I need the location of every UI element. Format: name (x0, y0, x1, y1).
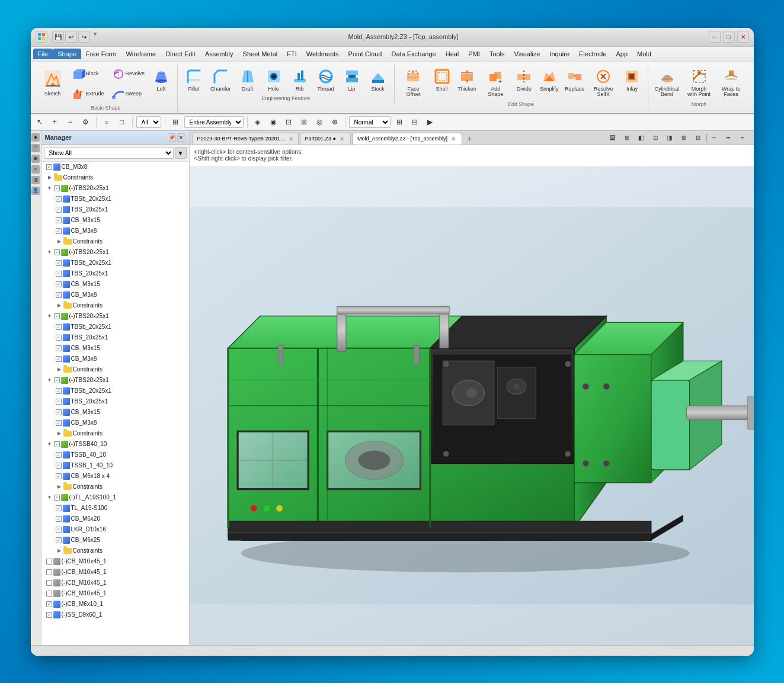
tree-expand-icon[interactable]: ▼ (46, 494, 53, 501)
select-assembly[interactable]: Entire Assembly (184, 116, 244, 128)
tree-item[interactable]: ✓ CB_M3x15 (41, 279, 189, 290)
tree-checkbox[interactable]: ✓ (56, 505, 62, 511)
tree-expand-icon[interactable]: ▼ (46, 377, 53, 384)
tree-checkbox[interactable]: ✓ (54, 441, 60, 447)
manager-close-btn[interactable]: ✕ (177, 133, 185, 142)
tree-checkbox[interactable]: ✓ (56, 399, 62, 405)
sidebar-icon-4[interactable]: ○ (31, 165, 40, 174)
menu-visualize[interactable]: Visualize (510, 49, 545, 59)
tree-item[interactable]: ▼ ✓ (-)TBS20x25x1 (41, 183, 189, 194)
viewport-canvas[interactable] (190, 166, 754, 645)
menu-file[interactable]: File (33, 49, 53, 59)
menu-inquire[interactable]: Inquire (545, 49, 574, 59)
ribbon-btn-add-shape[interactable]: + Add Shape (480, 65, 511, 101)
menu-freeform[interactable]: Free Form (81, 49, 121, 59)
toolbar-select-btn[interactable]: ↖ (33, 116, 46, 129)
tree-checkbox[interactable]: ✓ (56, 335, 62, 341)
tree-expand-icon[interactable]: ▶ (46, 174, 53, 181)
tree-checkbox[interactable]: ✓ (54, 377, 60, 383)
tree-checkbox[interactable]: ✓ (56, 196, 62, 202)
ribbon-btn-replace[interactable]: Replace (562, 65, 587, 95)
tree-item[interactable]: ▼ ✓ (-)TBS20x25x1 (41, 311, 189, 322)
tree-item[interactable]: (-)CB_M10x45_1 (41, 588, 189, 599)
menu-assembly[interactable]: Assembly (200, 49, 238, 59)
save-button[interactable]: 💾 (52, 31, 64, 43)
tree-item[interactable]: ▼ ✓ (-)TBS20x25x1 (41, 247, 189, 258)
toolbar-icon6[interactable]: ⊕ (328, 116, 341, 129)
tree-checkbox[interactable]: ✓ (54, 185, 60, 191)
tree-item[interactable]: ✓ LKR_D10x16 (41, 524, 189, 535)
ribbon-btn-extrude[interactable]: Extrude (69, 85, 107, 104)
tree-checkbox[interactable]: ✓ (56, 516, 62, 522)
tree-item[interactable]: ▶ Constraints (41, 482, 189, 492)
tree-item[interactable]: ✓ TBS_20x25x1 (41, 268, 189, 279)
tree-item[interactable]: ✓ CB_M3x15 (41, 407, 189, 418)
ribbon-btn-chamfer[interactable]: Chamfer (207, 65, 234, 95)
tree-item[interactable]: ✓ TBS_20x25x1 (41, 204, 189, 215)
sidebar-icon-5[interactable]: ◎ (31, 176, 40, 184)
menu-weldments[interactable]: Weldments (302, 49, 344, 59)
tab-3-close[interactable]: ✕ (450, 135, 457, 142)
tree-expand-icon[interactable]: ▶ (56, 483, 63, 490)
viewport-icon-9[interactable]: ━ (722, 132, 735, 145)
tree-item[interactable]: ✓ CB_M6x25 (41, 535, 189, 546)
tree-checkbox[interactable] (46, 580, 52, 586)
ribbon-btn-sweep[interactable]: Sweep (108, 85, 148, 104)
tree-item[interactable]: ✓ TBS_20x25x1 (41, 332, 189, 343)
tree-item[interactable]: ✓ CB_M6x20 (41, 514, 189, 524)
ribbon-btn-stock[interactable]: Stock (366, 65, 391, 95)
viewport-icon-8[interactable]: ─ (708, 132, 721, 145)
tree-item[interactable]: ✓ TL_A19-S100 (41, 503, 189, 514)
toolbar-icon9[interactable]: ▶ (424, 116, 437, 129)
tree-checkbox[interactable]: ✓ (54, 495, 60, 501)
ribbon-btn-wrap-to-faces[interactable]: Wrap to Faces (716, 65, 747, 101)
tree-checkbox[interactable] (46, 559, 52, 565)
redo-button[interactable]: ↪ (78, 31, 90, 43)
toolbar-icon4[interactable]: ⊠ (297, 116, 311, 129)
sidebar-icon-2[interactable]: □ (31, 144, 40, 152)
sidebar-icon-6[interactable]: 👤 (31, 187, 40, 195)
menu-mold[interactable]: Mold (632, 49, 656, 59)
select-view-mode[interactable]: Normal (349, 116, 391, 128)
tree-item[interactable]: ▶ Constraints (41, 236, 189, 247)
manager-show-all-select[interactable]: Show All (44, 147, 174, 159)
tree-item[interactable]: ✓ CB_M3x8 (41, 162, 189, 172)
ribbon-btn-divide[interactable]: Divide (512, 65, 536, 95)
manager-pin-btn[interactable]: 📌 (168, 133, 176, 142)
menu-shape[interactable]: Shape (53, 49, 81, 59)
tab-3[interactable]: Mold_Assembly2.Z3 - [Top_assembly] ✕ (352, 133, 462, 145)
tree-item[interactable]: ✓ TSSB_40_10 (41, 450, 189, 460)
tree-checkbox[interactable]: ✓ (54, 249, 60, 255)
menu-dataexchange[interactable]: Data Exchange (386, 49, 440, 59)
minimize-button[interactable]: ─ (709, 31, 721, 43)
tab-add-button[interactable]: + (463, 133, 475, 145)
tree-item[interactable]: ▶ Constraints (41, 364, 189, 375)
tree-checkbox[interactable]: ✓ (56, 537, 62, 543)
tree-checkbox[interactable]: ✓ (56, 324, 62, 330)
tree-item[interactable]: ✓ TBSb_20x25x1 (41, 386, 189, 396)
tree-checkbox[interactable]: ✓ (46, 612, 52, 618)
ribbon-btn-revolve[interactable]: Revolve (108, 65, 148, 84)
tree-checkbox[interactable]: ✓ (56, 388, 62, 394)
toolbar-icon1[interactable]: ◈ (251, 116, 264, 129)
toolbar-icon2[interactable]: ◉ (267, 116, 280, 129)
viewport-icon-4[interactable]: ⊡ (649, 132, 662, 145)
menu-pointcloud[interactable]: Point Cloud (344, 49, 387, 59)
tree-checkbox[interactable] (46, 591, 52, 597)
tree-checkbox[interactable]: ✓ (56, 281, 62, 287)
tree-checkbox[interactable]: ✓ (46, 164, 52, 170)
tree-item[interactable]: ✓ CB_M3x8 (41, 226, 189, 236)
ribbon-btn-sketch[interactable]: Sketch (38, 65, 68, 100)
tab-1-close[interactable]: ✕ (289, 135, 293, 142)
viewport-icon-7[interactable]: ⊟ (692, 132, 705, 145)
tree-item[interactable]: ✓ CB_M6x18 x 4 (41, 471, 189, 482)
tree-item[interactable]: ✓ TBS_20x25x1 (41, 396, 189, 407)
tab-2-close[interactable]: ✕ (338, 135, 345, 142)
tree-item[interactable]: ▼ ✓ (-)TBS20x25x1 (41, 375, 189, 386)
sidebar-icon-1[interactable]: ◈ (31, 133, 40, 142)
tree-checkbox[interactable] (46, 569, 52, 575)
menu-electrode[interactable]: Electrode (574, 49, 611, 59)
tree-item[interactable]: ✓ (-)CB_M6x10_1 (41, 599, 189, 610)
tree-checkbox[interactable]: ✓ (46, 601, 52, 607)
undo-button[interactable]: ↩ (65, 31, 77, 43)
